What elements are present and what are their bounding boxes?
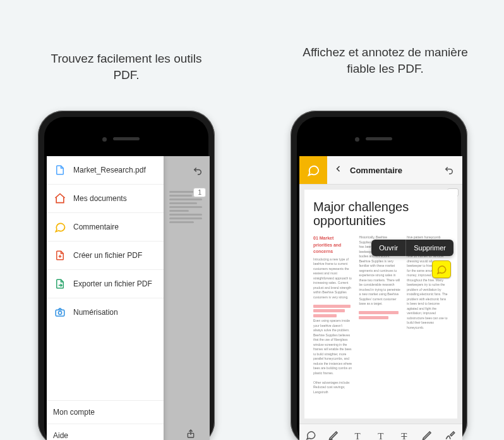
tool-draw-icon[interactable] (421, 429, 434, 440)
phone-notch (47, 119, 206, 156)
highlight-annotation[interactable] (313, 314, 337, 317)
phone-left: 1 Market_Research.pdf (38, 111, 215, 440)
menu-label: Créer un fichier PDF (73, 251, 142, 260)
tool-comment-icon[interactable] (304, 429, 317, 440)
menu-item-file[interactable]: Market_Research.pdf (47, 156, 164, 185)
menu-item-help[interactable]: Aide (47, 424, 164, 440)
caption-left: Trouvez facilement les outils PDF. (38, 51, 215, 83)
phone-right: Commentaire 1 Major challenges opportuni… (291, 111, 467, 440)
document-viewport[interactable]: 1 Major challenges opportunities 01 Mark… (299, 185, 462, 424)
camera-icon (53, 305, 67, 319)
menu-label: Commentaire (73, 223, 119, 231)
file-icon (53, 163, 67, 177)
popover-delete[interactable]: Supprimer (405, 240, 453, 256)
caption-right: Affichez et annotez de manière fiable le… (297, 44, 474, 76)
tool-underline-icon[interactable]: T (375, 431, 387, 441)
phone-notch (299, 119, 459, 156)
create-pdf-icon (53, 248, 67, 262)
comment-header: Commentaire (299, 156, 462, 185)
export-pdf-icon (53, 277, 67, 291)
popover-open[interactable]: Ouvrir (371, 240, 405, 256)
tool-highlight-icon[interactable] (328, 429, 340, 440)
menu-label: Market_Research.pdf (73, 166, 146, 174)
menu-item-account[interactable]: Mon compte (47, 400, 164, 424)
menu-label: Numérisation (73, 308, 118, 317)
menu-item-comment[interactable]: Commentaire (47, 213, 164, 241)
doc-subheading: 01 Market priorities and concerns (313, 235, 352, 255)
menu-item-documents[interactable]: Mes documents (47, 185, 164, 213)
header-title: Commentaire (350, 166, 402, 175)
highlight-annotation[interactable] (313, 309, 345, 312)
menu-label: Mon compte (53, 408, 95, 417)
svg-point-2 (58, 311, 61, 314)
tool-text-icon[interactable]: T (351, 431, 364, 441)
left-screen: 1 Market_Research.pdf (47, 156, 210, 440)
doc-heading: Major challenges opportunities (313, 200, 448, 228)
side-menu: Market_Research.pdf Mes documents (47, 156, 164, 440)
back-button[interactable] (327, 163, 350, 178)
home-icon (53, 192, 67, 205)
comment-mode-icon[interactable] (299, 156, 327, 184)
highlight-annotation[interactable] (313, 305, 351, 308)
menu-label: Mes documents (73, 194, 127, 203)
comment-icon (53, 220, 67, 234)
tool-sign-icon[interactable] (444, 429, 457, 440)
menu-item-create-pdf[interactable]: Créer un fichier PDF (47, 241, 164, 270)
menu-item-export-pdf[interactable]: Exporter un fichier PDF (47, 270, 164, 298)
highlight-annotation[interactable] (359, 311, 398, 314)
sticky-note-annotation[interactable] (432, 260, 451, 278)
right-screen: Commentaire 1 Major challenges opportuni… (299, 156, 462, 440)
undo-icon[interactable] (443, 164, 455, 178)
tool-strike-icon[interactable]: T (398, 431, 411, 441)
annotation-toolbar: T T T (299, 424, 462, 440)
menu-label: Aide (53, 431, 68, 440)
menu-label: Exporter un fichier PDF (73, 279, 152, 288)
menu-item-scan[interactable]: Numérisation (47, 298, 164, 326)
highlight-annotation[interactable] (359, 316, 388, 319)
document-page: Major challenges opportunities 01 Market… (304, 190, 457, 419)
annotation-popover: Ouvrir Supprimer (371, 240, 453, 256)
page-number-badge: 1 (193, 188, 206, 197)
